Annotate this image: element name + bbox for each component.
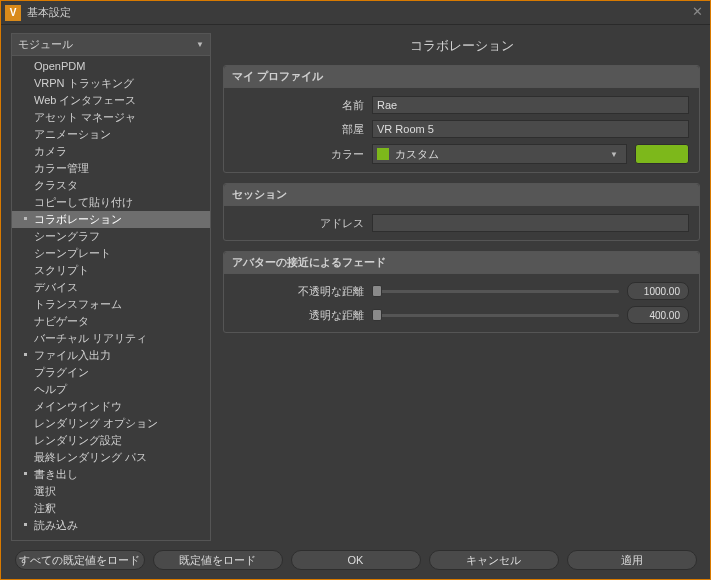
color-combo-label: カスタム: [395, 147, 600, 162]
sidebar-item[interactable]: コピーして貼り付け: [12, 194, 210, 211]
sidebar-item[interactable]: スクリプト: [12, 262, 210, 279]
opaque-slider[interactable]: [372, 282, 619, 300]
opaque-value[interactable]: [627, 282, 689, 300]
sidebar-item-label: 選択: [34, 485, 56, 497]
sidebar-item-label: ナビゲータ: [34, 315, 89, 327]
sidebar-item[interactable]: 読み込み: [12, 517, 210, 534]
sidebar-item[interactable]: 書き出し: [12, 466, 210, 483]
sidebar-item[interactable]: プラグイン: [12, 364, 210, 381]
sidebar-item[interactable]: デバイス: [12, 279, 210, 296]
sidebar-item-label: 注釈: [34, 502, 56, 514]
sidebar-header-label: モジュール: [18, 37, 73, 52]
tree-dot-icon: [24, 217, 27, 220]
sidebar-item-label: 書き出し: [34, 468, 78, 480]
preferences-window: V 基本設定 ✕ モジュール ▼ OpenPDMVRPN トラッキングWeb イ…: [0, 0, 711, 580]
group-fade: アバターの接近によるフェード 不透明な距離 透明な距離: [223, 251, 700, 333]
sidebar-item[interactable]: 選択: [12, 483, 210, 500]
sidebar-item[interactable]: ナビゲータ: [12, 313, 210, 330]
sidebar-item[interactable]: レンダリング オプション: [12, 415, 210, 432]
sidebar-item[interactable]: アセット マネージャ: [12, 109, 210, 126]
sidebar-item-label: クラスタ: [34, 179, 78, 191]
sidebar-item-label: VRPN トラッキング: [34, 77, 134, 89]
sidebar-item[interactable]: シーングラフ: [12, 228, 210, 245]
window-title: 基本設定: [27, 5, 688, 20]
sidebar-item-label: コピーして貼り付け: [34, 196, 133, 208]
sidebar-item[interactable]: 注釈: [12, 500, 210, 517]
name-label: 名前: [234, 98, 364, 113]
load-all-defaults-button[interactable]: すべての既定値をロード: [15, 550, 145, 570]
opaque-label: 不透明な距離: [234, 284, 364, 299]
group-session-heading: セッション: [224, 184, 699, 206]
sidebar-item-label: プラグイン: [34, 366, 89, 378]
transparent-value[interactable]: [627, 306, 689, 324]
apply-button[interactable]: 適用: [567, 550, 697, 570]
sidebar-item[interactable]: Web インタフェース: [12, 92, 210, 109]
sidebar-item[interactable]: カラー管理: [12, 160, 210, 177]
load-defaults-button[interactable]: 既定値をロード: [153, 550, 283, 570]
sidebar-item-label: カラー管理: [34, 162, 89, 174]
tree-dot-icon: [24, 523, 27, 526]
sidebar-item[interactable]: シーンプレート: [12, 245, 210, 262]
content: コラボレーション マイ プロファイル 名前 部屋 カラー: [223, 33, 700, 541]
color-swatch[interactable]: [635, 144, 689, 164]
group-fade-heading: アバターの接近によるフェード: [224, 252, 699, 274]
sidebar-item[interactable]: バーチャル リアリティ: [12, 330, 210, 347]
slider-thumb[interactable]: [372, 285, 382, 297]
sidebar-item[interactable]: OpenPDM: [12, 58, 210, 75]
sidebar-item[interactable]: VRPN トラッキング: [12, 75, 210, 92]
sidebar-tree[interactable]: OpenPDMVRPN トラッキングWeb インタフェースアセット マネージャア…: [11, 56, 211, 541]
body: モジュール ▼ OpenPDMVRPN トラッキングWeb インタフェースアセッ…: [1, 25, 710, 541]
sidebar-item-label: スクリプト: [34, 264, 89, 276]
sidebar-item[interactable]: クラスタ: [12, 177, 210, 194]
sidebar-item[interactable]: ヘルプ: [12, 381, 210, 398]
color-combo[interactable]: カスタム ▼: [372, 144, 627, 164]
sidebar-item-label: 読み込み: [34, 519, 78, 531]
sidebar-item-label: アセット マネージャ: [34, 111, 136, 123]
sidebar-item[interactable]: 最終レンダリング パス: [12, 449, 210, 466]
sidebar-item-label: シーンプレート: [34, 247, 111, 259]
sidebar-item[interactable]: トランスフォーム: [12, 296, 210, 313]
sidebar-item-label: 最終レンダリング パス: [34, 451, 147, 463]
footer: すべての既定値をロード 既定値をロード OK キャンセル 適用: [1, 541, 710, 579]
color-swatch-small: [377, 148, 389, 160]
sidebar-item-label: レンダリング設定: [34, 434, 122, 446]
sidebar-item-label: メインウインドウ: [34, 400, 122, 412]
address-label: アドレス: [234, 216, 364, 231]
ok-button[interactable]: OK: [291, 550, 421, 570]
sidebar-header[interactable]: モジュール ▼: [11, 33, 211, 56]
tree-dot-icon: [24, 472, 27, 475]
transparent-label: 透明な距離: [234, 308, 364, 323]
sidebar-item[interactable]: メインウインドウ: [12, 398, 210, 415]
sidebar-item-label: コラボレーション: [34, 213, 122, 225]
app-icon: V: [5, 5, 21, 21]
sidebar-item[interactable]: カメラ: [12, 143, 210, 160]
tree-dot-icon: [24, 353, 27, 356]
sidebar-item-label: シーングラフ: [34, 230, 100, 242]
sidebar-item-label: トランスフォーム: [34, 298, 122, 310]
sidebar-item[interactable]: アニメーション: [12, 126, 210, 143]
cancel-button[interactable]: キャンセル: [429, 550, 559, 570]
close-icon[interactable]: ✕: [688, 4, 706, 22]
sidebar-item-label: Web インタフェース: [34, 94, 136, 106]
sidebar-item[interactable]: レンダリング設定: [12, 432, 210, 449]
chevron-down-icon: ▼: [606, 150, 622, 159]
room-input[interactable]: [372, 120, 689, 138]
sidebar-item[interactable]: コラボレーション: [12, 211, 210, 228]
sidebar-item-label: レンダリング オプション: [34, 417, 158, 429]
sidebar-item[interactable]: ファイル入出力: [12, 347, 210, 364]
sidebar-item-label: カメラ: [34, 145, 67, 157]
address-input[interactable]: [372, 214, 689, 232]
page-title: コラボレーション: [223, 33, 700, 65]
slider-thumb[interactable]: [372, 309, 382, 321]
transparent-slider[interactable]: [372, 306, 619, 324]
chevron-down-icon: ▼: [196, 40, 204, 49]
sidebar-item-label: デバイス: [34, 281, 78, 293]
sidebar-item-label: ヘルプ: [34, 383, 67, 395]
sidebar-item-label: アニメーション: [34, 128, 111, 140]
sidebar-item-label: ファイル入出力: [34, 349, 111, 361]
name-input[interactable]: [372, 96, 689, 114]
sidebar-item-label: OpenPDM: [34, 60, 85, 72]
group-profile-heading: マイ プロファイル: [224, 66, 699, 88]
titlebar: V 基本設定 ✕: [1, 1, 710, 25]
sidebar-item-label: バーチャル リアリティ: [34, 332, 147, 344]
